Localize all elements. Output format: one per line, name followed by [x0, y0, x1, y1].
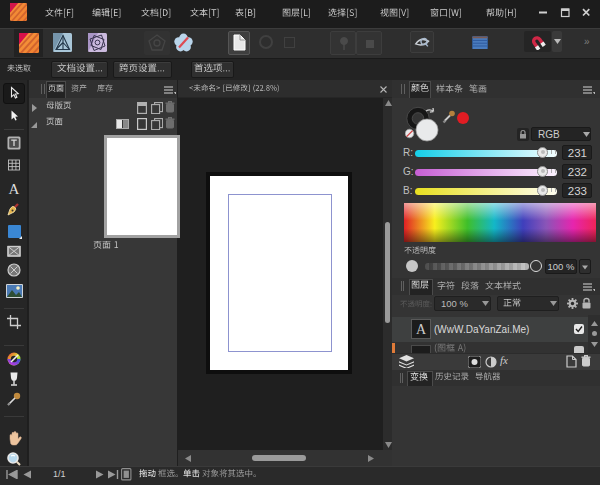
svg-text:A: A — [9, 181, 20, 197]
